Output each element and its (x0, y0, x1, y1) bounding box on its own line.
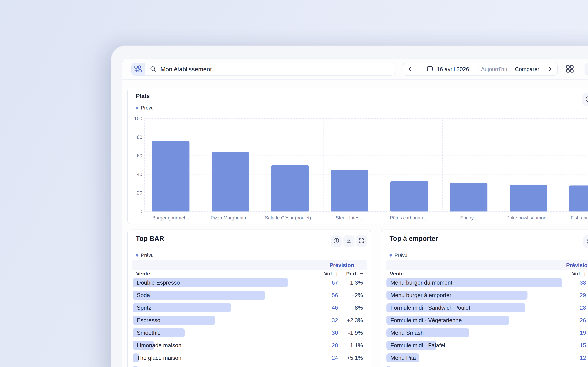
chart-bar[interactable] (390, 181, 428, 211)
y-tick-label: 80 (128, 134, 142, 140)
row-label: Formule midi - Falafel (390, 341, 445, 350)
row-vol: 67 (332, 278, 338, 287)
x-tick-label: Burger gourmet... (141, 215, 201, 221)
x-tick-label: Poke bowl saumon... (499, 215, 558, 221)
establishment-switcher-button[interactable] (131, 63, 145, 75)
legend-label: Prévu (395, 252, 407, 258)
chart-bar[interactable] (569, 185, 588, 211)
row-label: Double Espresso (137, 278, 180, 287)
row-label: Formule midi - Végétarienne (390, 316, 462, 325)
top-bar-card: Top BAR (127, 230, 371, 367)
search-value: Mon établissement (161, 66, 212, 73)
row-bar (133, 366, 137, 367)
table-row[interactable]: Limonade maison28-1,1% (133, 341, 366, 350)
row-vol: 56 (332, 291, 338, 300)
top-bar-info-button[interactable] (331, 235, 342, 247)
plats-card: Plats Prévu 020406080100 Burger gourmet.… (127, 88, 588, 224)
row-perf: -1,1% (348, 341, 363, 350)
table-row[interactable]: Menu Smash19 (387, 328, 588, 337)
table-row[interactable]: Formule midi - Falafel15 (387, 341, 588, 350)
chart-bar[interactable] (331, 170, 368, 211)
row-vol: 24 (332, 353, 338, 362)
table-row[interactable]: Smoothie30-1,9% (133, 328, 366, 337)
plats-info-button[interactable] (582, 93, 588, 106)
row-label: Spritz (137, 303, 151, 312)
chart-bar[interactable] (152, 141, 189, 211)
x-tick-label: Salade César (poulet)... (260, 215, 320, 221)
row-vol: 30 (332, 328, 338, 337)
row-label: Menu Smash (390, 328, 424, 337)
chart-bar[interactable] (450, 183, 487, 211)
table-row-partial (387, 366, 588, 367)
top-bar-legend: Prévu (136, 252, 154, 258)
calendar-icon (426, 65, 433, 74)
expand-icon (358, 237, 365, 244)
table-row[interactable]: Menu burger à emporter29 (387, 291, 588, 300)
row-bar (387, 366, 391, 367)
legend-label: Prévu (141, 105, 154, 111)
date-picker-button[interactable]: 16 avril 2026 (417, 63, 478, 75)
device-frame: Mon établissement 16 avril (111, 45, 588, 367)
row-vol: 46 (332, 303, 338, 312)
gridline-v (442, 118, 443, 211)
row-label: Thé glacé maison (137, 353, 181, 362)
search-input[interactable]: Mon établissement (145, 63, 395, 75)
search-icon (150, 66, 156, 73)
legend-dot-icon (136, 107, 138, 109)
y-tick-label: 0 (128, 209, 142, 214)
row-label: Formule midi - Sandwich Poulet (390, 303, 470, 312)
establishment-switcher-icon (134, 65, 143, 74)
table-row[interactable]: Double Espresso67-1,3% (133, 278, 366, 287)
gridline-h (145, 118, 588, 119)
chevron-left-icon (407, 66, 413, 73)
emporter-info-button[interactable] (583, 235, 588, 248)
column-vente[interactable]: Vente (390, 270, 404, 277)
row-vol: 12 (580, 353, 586, 362)
table-row[interactable]: Formule midi - Sandwich Poulet28 (387, 303, 588, 312)
table-row[interactable]: Thé glacé maison24+5,1% (133, 353, 366, 362)
row-perf: +2% (351, 291, 363, 300)
gridline-v (204, 118, 204, 211)
top-bar-prevision-header: Prévision (132, 260, 367, 270)
column-vol[interactable]: Vol. ↑ (324, 270, 338, 277)
table-header-divider (386, 277, 588, 277)
top-bar-download-button[interactable] (343, 235, 354, 247)
legend-dot-icon (136, 254, 138, 257)
today-button[interactable]: Aujourd’hui (478, 63, 511, 75)
legend-dot-icon (389, 254, 392, 257)
table-row[interactable]: Menu burger du moment38 (387, 278, 588, 287)
row-perf: -1,3% (348, 278, 363, 287)
gridline-v (323, 118, 323, 211)
chart-bar[interactable] (212, 152, 249, 211)
table-row-partial (133, 366, 366, 367)
previous-day-button[interactable] (403, 63, 417, 75)
row-vol: 28 (580, 303, 586, 312)
row-vol: 28 (332, 341, 338, 350)
gridline-h (145, 137, 588, 137)
notifications-button[interactable] (585, 63, 588, 75)
table-row[interactable]: Espresso32+2,3% (133, 316, 366, 325)
table-row[interactable]: Formule midi - Végétarienne26 (387, 316, 588, 325)
chart-bar[interactable] (271, 165, 309, 211)
date-label: 16 avril 2026 (437, 66, 469, 73)
app-header: Mon établissement 16 avril (122, 59, 588, 80)
emporter-table-header: Vente Vol. ↑ (387, 270, 588, 277)
x-tick-label: Fish and chips... (558, 215, 588, 221)
x-tick-label: Pâtes carbonara... (379, 215, 439, 221)
x-tick-label: Ebi fry... (439, 215, 499, 221)
chart-bar[interactable] (510, 184, 547, 211)
table-row[interactable]: Menu Pita12 (387, 353, 588, 362)
top-bar-expand-button[interactable] (356, 235, 367, 247)
table-row[interactable]: Spritz46-8% (133, 303, 366, 312)
column-vente[interactable]: Vente (136, 270, 150, 277)
table-row[interactable]: Soda56+2% (133, 291, 366, 300)
emporter-title: Top à emporter (389, 235, 438, 242)
search-group: Mon établissement (131, 63, 395, 75)
apps-grid-button[interactable] (566, 65, 574, 74)
column-vol[interactable]: Vol. ↑ (572, 270, 586, 277)
compare-button[interactable]: Comparer (511, 63, 543, 75)
next-day-button[interactable] (543, 63, 557, 75)
grid-icon (566, 71, 574, 74)
column-perf[interactable]: Perf. − (346, 270, 363, 277)
row-perf: +2,3% (347, 316, 363, 325)
